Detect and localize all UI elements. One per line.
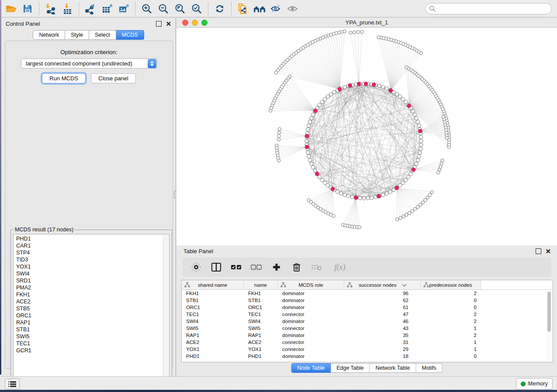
table-cell[interactable]: 29 [344, 347, 421, 352]
run-mcds-button[interactable]: Run MCDS [42, 73, 86, 83]
table-cell[interactable]: 2 [421, 333, 481, 338]
show-column-button[interactable] [210, 261, 223, 274]
deselect-all-button[interactable] [250, 261, 263, 274]
memory-button[interactable]: Memory [516, 378, 553, 389]
column-header-predecessor-nodes[interactable]: predecessor nodes [421, 280, 481, 289]
table-cell[interactable]: dominator [278, 319, 344, 324]
delete-column-button[interactable] [290, 261, 303, 274]
mcds-result-item[interactable]: TEC1 [14, 340, 163, 347]
table-cell[interactable]: 1 [421, 347, 481, 352]
table-cell[interactable]: 96 [344, 291, 421, 296]
tab-style[interactable]: Style [65, 30, 89, 40]
table-cell[interactable]: dominator [278, 354, 344, 359]
table-scrollbar[interactable] [547, 291, 552, 361]
table-row[interactable]: TEC1TEC1connector472 [182, 311, 553, 318]
mcds-result-item[interactable]: STP4 [14, 249, 163, 256]
close-panel-button[interactable]: Close panel [91, 73, 136, 83]
table-cell[interactable]: 2 [421, 312, 481, 317]
network-window-titlebar[interactable]: YPA_prune.txt_1 [176, 18, 557, 28]
table-cell[interactable]: 18 [344, 354, 421, 359]
function-builder-button[interactable]: f(x) [330, 261, 349, 274]
zoom-fit-button[interactable] [172, 1, 188, 16]
mcds-result-item[interactable]: PHD1 [14, 235, 163, 242]
zoom-in-button[interactable] [138, 1, 155, 16]
table-cell[interactable]: 2 [421, 291, 481, 296]
table-cell[interactable]: 46 [344, 319, 421, 324]
table-cell[interactable]: 0 [421, 354, 481, 359]
mcds-result-item[interactable]: GCR1 [14, 347, 163, 354]
table-row[interactable]: FKH1FKH1dominator962 [182, 290, 553, 297]
refresh-button[interactable] [211, 1, 228, 16]
mcds-result-item[interactable]: TID3 [14, 256, 163, 263]
tab-network[interactable]: Network [33, 30, 65, 40]
table-cell[interactable]: RAP1 [182, 333, 244, 338]
table-cell[interactable]: ACE2 [182, 340, 244, 345]
table-cell[interactable]: 1 [421, 340, 481, 345]
table-row[interactable]: ORC1ORC1dominator610 [182, 304, 553, 311]
column-header-name[interactable]: name [244, 280, 278, 289]
table-cell[interactable]: 61 [344, 305, 421, 310]
zoom-out-button[interactable] [155, 1, 172, 16]
task-history-button[interactable] [5, 378, 20, 389]
table-cell[interactable]: SWI5 [244, 326, 278, 331]
table-cell[interactable]: 0 [421, 298, 481, 303]
mcds-result-item[interactable]: SWI4 [14, 270, 163, 277]
float-table-panel-icon[interactable] [536, 248, 541, 254]
mcds-result-item[interactable]: ORC1 [14, 312, 163, 319]
mcds-result-listbox[interactable]: PHD1CAR1STP4TID3YOX1SWI4SRD1PMA2FKH1ACE2… [13, 234, 170, 382]
tab-node-table[interactable]: Node Table [291, 363, 331, 373]
table-row[interactable]: ACE2ACE2connector311 [182, 339, 553, 346]
import-table-button[interactable] [59, 1, 76, 16]
add-column-button[interactable] [270, 261, 283, 274]
save-session-button[interactable] [19, 1, 36, 16]
export-image-button[interactable] [115, 1, 132, 16]
table-cell[interactable]: connector [278, 340, 344, 345]
table-row[interactable]: PHD1PHD1dominator180 [182, 353, 553, 360]
search-input[interactable] [436, 4, 551, 14]
mcds-result-item[interactable]: PMA2 [14, 284, 163, 291]
table-settings-button[interactable] [190, 261, 203, 274]
table-cell[interactable]: dominator [278, 291, 344, 296]
table-cell[interactable]: 47 [344, 312, 421, 317]
mcds-result-item[interactable]: SWI5 [14, 333, 163, 340]
table-row[interactable]: STB1STB1dominator620 [182, 297, 553, 304]
table-cell[interactable]: RAP1 [244, 333, 278, 338]
close-table-panel-icon[interactable]: ✕ [545, 249, 551, 254]
mcds-result-item[interactable]: RAP1 [14, 319, 163, 326]
table-cell[interactable]: FKH1 [244, 291, 278, 296]
table-cell[interactable]: 43 [344, 326, 421, 331]
table-cell[interactable]: STB1 [182, 298, 244, 303]
show-all-button[interactable] [284, 1, 301, 16]
tab-network-table[interactable]: Network Table [370, 363, 416, 373]
import-network-button[interactable] [42, 1, 59, 16]
table-cell[interactable]: 2 [421, 319, 481, 324]
table-cell[interactable]: TEC1 [182, 312, 244, 317]
table-cell[interactable]: PHD1 [182, 354, 244, 359]
table-cell[interactable]: ACE2 [244, 340, 278, 345]
clone-network-button[interactable] [235, 1, 251, 16]
table-cell[interactable]: dominator [278, 305, 344, 310]
column-header-successor-nodes[interactable]: successor nodes [344, 280, 421, 289]
export-network-button[interactable] [82, 1, 99, 16]
table-cell[interactable]: ORC1 [244, 305, 278, 310]
table-cell[interactable]: connector [278, 312, 344, 317]
criterion-select[interactable]: largest connected component (undirected) [21, 58, 157, 69]
column-header-MCDS-role[interactable]: MCDS role [278, 280, 344, 289]
list-scrollbar[interactable] [163, 235, 169, 382]
tab-edge-table[interactable]: Edge Table [331, 363, 370, 373]
open-file-button[interactable] [3, 1, 19, 16]
table-cell[interactable]: 1 [421, 326, 481, 331]
mcds-result-item[interactable]: SRD1 [14, 277, 163, 284]
table-cell[interactable]: 0 [421, 305, 481, 310]
table-cell[interactable]: connector [278, 347, 344, 352]
first-neighbors-button[interactable] [251, 1, 268, 16]
close-panel-icon[interactable]: ✕ [166, 21, 171, 26]
table-cell[interactable]: YOX1 [182, 347, 244, 352]
network-canvas[interactable] [176, 28, 557, 245]
table-cell[interactable]: 62 [344, 298, 421, 303]
table-cell[interactable]: connector [278, 326, 344, 331]
select-all-button[interactable] [230, 261, 243, 274]
export-table-button[interactable] [99, 1, 115, 16]
mcds-result-item[interactable]: FKH1 [14, 291, 163, 298]
mcds-result-item[interactable]: STB1 [14, 326, 163, 333]
